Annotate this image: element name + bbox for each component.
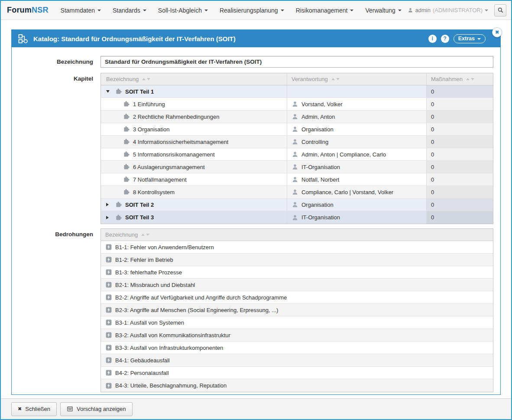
bedrohung-row[interactable]: B1-2: Fehler im Betrieb	[101, 254, 493, 266]
threat-icon	[105, 332, 112, 339]
nav-menu-realisierungsplanung[interactable]: Realisierungsplanung	[220, 7, 284, 14]
help-button[interactable]: ?	[441, 35, 449, 43]
verantwortung-text: Organisation	[301, 202, 334, 208]
bedrohung-row[interactable]: B4-1: Gebäudeausfall	[101, 354, 493, 367]
tree-expand-icon[interactable]	[106, 203, 112, 206]
kapitel-cell-bezeichnung: SOIT Teil 2	[101, 199, 287, 211]
user-menu[interactable]: admin (ADMINISTRATOR)	[408, 7, 489, 13]
sort-asc-icon[interactable]	[141, 234, 145, 236]
column-header-bezeichnung[interactable]: Bezeichnung	[101, 73, 287, 85]
bedrohungen-table: Bezeichnung B1-1: Fehler von Anwendern/B…	[100, 228, 493, 392]
column-header-label: Bezeichnung	[106, 76, 139, 82]
kapitel-row[interactable]: 1 EinführungVorstand, Volker0	[101, 98, 493, 111]
bedrohung-name: B1-1: Fehler von Anwendern/Benutzern	[115, 244, 214, 251]
sort-asc-icon[interactable]	[466, 78, 470, 80]
threat-icon	[105, 256, 112, 263]
sort-desc-icon[interactable]	[471, 78, 474, 80]
kapitel-row[interactable]: SOIT Teil 3IT-Organisation0	[101, 211, 493, 224]
kapitel-row[interactable]: 2 Rechtliche RahmenbedingungenAdmin, Ant…	[101, 111, 493, 123]
column-header-bezeichnung[interactable]: Bezeichnung	[101, 229, 493, 241]
kapitel-row[interactable]: 5 InformationsrisikomanagementAdmin, Ant…	[101, 148, 493, 161]
sort-desc-icon[interactable]	[336, 78, 340, 80]
verantwortung-text: IT-Organisation	[301, 214, 340, 221]
threat-icon	[105, 269, 112, 276]
kapitel-table: BezeichnungVerantwortungMaßnahmen SOIT T…	[100, 73, 493, 224]
extras-button[interactable]: Extras	[454, 34, 486, 43]
verantwortung-text: Notfall, Norbert	[301, 176, 339, 183]
column-header-label: Bezeichnung	[105, 231, 138, 238]
tree-expand-icon[interactable]	[106, 216, 112, 219]
logo-forum: Forum	[7, 6, 32, 14]
bedrohung-row[interactable]: B1-1: Fehler von Anwendern/Benutzern	[101, 241, 493, 254]
nav-menu-soll-ist-abgleich[interactable]: Soll-Ist-Abgleich	[158, 7, 208, 14]
kapitel-name: 4 Informationssicherheitsmanagement	[133, 139, 228, 145]
catalog-icon	[18, 33, 29, 44]
bedrohung-row[interactable]: B3-2: Ausfall von Kommunikationsinfrastr…	[101, 329, 493, 342]
bedrohung-cell: B1-3: fehlerhafte Prozesse	[101, 266, 493, 278]
nav-menu-label: Risikomanagement	[296, 7, 348, 14]
bedrohung-row[interactable]: B4-2: Personalausfall	[101, 367, 493, 379]
main-content: Katalog: Standard für Ordnungsmäßigkeit …	[1, 20, 511, 398]
panel-close-button[interactable]: ✖	[492, 27, 502, 37]
massnahmen-count: 0	[431, 214, 434, 221]
bedrohung-cell: B1-1: Fehler von Anwendern/Benutzern	[101, 241, 493, 253]
kapitel-row[interactable]: SOIT Teil 2Organisation0	[101, 199, 493, 211]
close-x-icon: ✖	[18, 406, 22, 412]
person-icon	[292, 126, 298, 133]
vorschlag-anzeigen-button[interactable]: Vorschlag anzeigen	[60, 402, 132, 416]
bezeichnung-input[interactable]	[100, 56, 493, 68]
kapitel-row[interactable]: 8 KontrollsystemCompliance, Carlo | Vors…	[101, 186, 493, 199]
kapitel-row[interactable]: 6 AuslagerungsmanagementIT-Organisation0	[101, 161, 493, 173]
kapitel-row[interactable]: 7 NotfallmanagementNotfall, Norbert0	[101, 173, 493, 186]
chevron-down-icon	[97, 10, 101, 11]
kapitel-row[interactable]: 4 InformationssicherheitsmanagementContr…	[101, 136, 493, 148]
info-button[interactable]: i	[428, 35, 437, 43]
nav-menu-standards[interactable]: Standards	[113, 7, 146, 14]
bedrohung-cell: B4-1: Gebäudeausfall	[101, 354, 493, 366]
report-icon	[67, 406, 73, 412]
tree-collapse-icon[interactable]	[106, 90, 112, 93]
bedrohung-row[interactable]: B1-3: fehlerhafte Prozesse	[101, 266, 493, 279]
bedrohung-name: B3-2: Ausfall von Kommunikationsinfrastr…	[115, 332, 230, 339]
chapter-icon	[115, 214, 122, 221]
user-role: (ADMINISTRATOR)	[433, 7, 483, 13]
app-logo[interactable]: ForumNSR	[7, 6, 49, 15]
bedrohungen-label: Bedrohungen	[12, 228, 100, 392]
person-icon	[292, 201, 298, 208]
bedrohung-row[interactable]: B4-3: Urteile, Beschlagnahmung, Reputati…	[101, 379, 493, 392]
bedrohung-name: B1-2: Fehler im Betrieb	[115, 257, 173, 263]
kapitel-row[interactable]: SOIT Teil 10	[101, 85, 493, 98]
verantwortung-text: Admin, Anton | Compliance, Carlo	[301, 151, 386, 158]
panel-header: Katalog: Standard für Ordnungsmäßigkeit …	[12, 30, 500, 47]
column-header-verantwortung[interactable]: Verantwortung	[287, 73, 426, 85]
kapitel-row[interactable]: 3 OrganisationOrganisation0	[101, 123, 493, 136]
sort-desc-icon[interactable]	[147, 78, 150, 80]
sort-asc-icon[interactable]	[142, 78, 146, 80]
nav-menu-verwaltung[interactable]: Verwaltung	[365, 7, 401, 14]
massnahmen-count: 0	[431, 114, 434, 120]
bedrohung-name: B4-3: Urteile, Beschlagnahmung, Reputati…	[115, 382, 227, 389]
massnahmen-count: 0	[431, 101, 434, 107]
bedrohung-row[interactable]: B3-1: Ausfall von Systemen	[101, 316, 493, 329]
bedrohung-row[interactable]: B2-3: Angriffe auf Menschen (Social Engi…	[101, 304, 493, 316]
nav-menu-label: Realisierungsplanung	[220, 7, 278, 14]
kapitel-cell-bezeichnung: SOIT Teil 1	[101, 85, 287, 98]
sort-desc-icon[interactable]	[146, 234, 149, 236]
bedrohung-row[interactable]: B3-3: Ausfall von Infrastrukturkomponent…	[101, 342, 493, 354]
column-header-massnahmen[interactable]: Maßnahmen	[426, 73, 493, 85]
massnahmen-count: 0	[431, 202, 434, 208]
bedrohung-row[interactable]: B2-2: Angriffe auf Verfügbarkeit und Ang…	[101, 291, 493, 304]
kapitel-cell-bezeichnung: 1 Einführung	[101, 98, 287, 110]
sort-asc-icon[interactable]	[331, 78, 335, 80]
sort-icons	[141, 234, 149, 236]
bedrohungen-table-body: B1-1: Fehler von Anwendern/BenutzernB1-2…	[101, 241, 493, 392]
logo-nsr: NSR	[32, 6, 49, 14]
nav-menu-risikomanagement[interactable]: Risikomanagement	[296, 7, 354, 14]
nav-menu-stammdaten[interactable]: Stammdaten	[61, 7, 101, 14]
kapitel-cell-massnahmen: 0	[426, 161, 493, 173]
close-button[interactable]: ✖ Schließen	[11, 402, 57, 416]
bedrohung-row[interactable]: B2-1: Missbrauch und Diebstahl	[101, 279, 493, 291]
kapitel-name: 2 Rechtliche Rahmenbedingungen	[133, 114, 219, 120]
search-icon	[497, 7, 504, 13]
search-button[interactable]	[494, 4, 506, 16]
